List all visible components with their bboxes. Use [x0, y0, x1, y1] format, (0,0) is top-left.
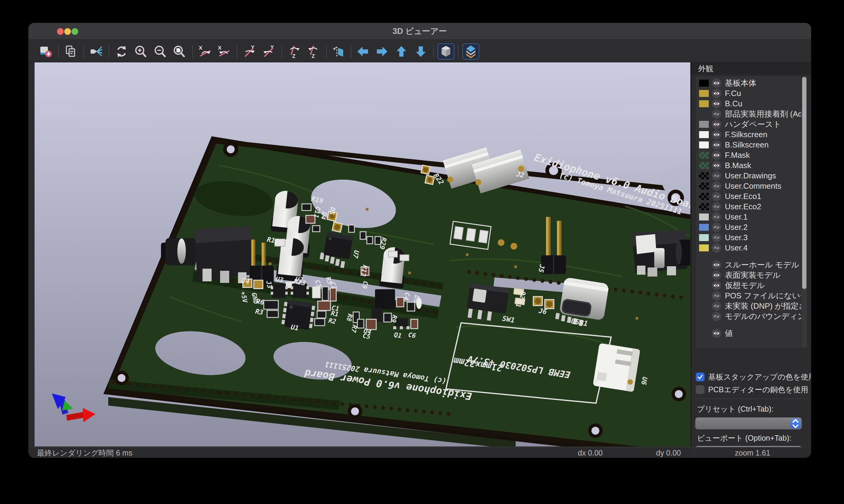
rotate-y-ccw-button[interactable]: Y: [262, 44, 276, 58]
layer-row[interactable]: B.Cu: [699, 98, 808, 109]
layer-color-swatch[interactable]: [699, 152, 709, 159]
layer-row[interactable]: User.Eco1: [699, 191, 808, 201]
visibility-toggle[interactable]: [712, 89, 721, 98]
layer-row[interactable]: F.Silkscreen: [699, 129, 808, 140]
layer-color-swatch[interactable]: [699, 172, 709, 179]
visibility-toggle[interactable]: [712, 243, 721, 253]
flip-board-button[interactable]: [332, 44, 346, 58]
visibility-toggle[interactable]: [712, 181, 721, 191]
layer-row[interactable]: B.Silkscreen: [699, 140, 808, 150]
visibility-toggle[interactable]: [712, 202, 721, 211]
visibility-toggle[interactable]: [712, 212, 721, 222]
visibility-toggle[interactable]: [712, 109, 721, 119]
rotate-z-ccw-button[interactable]: Z: [307, 44, 321, 58]
layer-color-swatch[interactable]: [699, 90, 709, 97]
visibility-toggle[interactable]: [712, 140, 721, 150]
layer-row[interactable]: F.Mask: [699, 150, 808, 160]
visibility-toggle[interactable]: [712, 270, 721, 280]
layer-row[interactable]: User.2: [699, 222, 808, 232]
zoom-out-button[interactable]: [153, 44, 167, 58]
layer-color-swatch[interactable]: [699, 203, 709, 210]
visibility-toggle[interactable]: [712, 233, 721, 242]
layer-row[interactable]: POS ファイルにないモ: [699, 290, 808, 301]
zoom-to-fit-button[interactable]: [172, 44, 186, 58]
layer-row[interactable]: User.Drawings: [699, 170, 808, 181]
copy-image-button[interactable]: [64, 44, 78, 58]
layer-row[interactable]: 部品実装用接着剤 (Adh: [699, 109, 808, 119]
visibility-toggle[interactable]: [712, 171, 721, 181]
3d-viewport[interactable]: Exidiophone v6.0 Audio Board(c) Tomoya M…: [35, 62, 690, 447]
use-stackup-colors-row[interactable]: 基板スタックアップの色を使用: [696, 372, 811, 382]
rotate-z-cw-button[interactable]: Z: [288, 44, 302, 58]
layer-row[interactable]: 値: [699, 328, 808, 338]
layer-color-swatch[interactable]: [699, 193, 709, 200]
layer-color-swatch[interactable]: [699, 80, 709, 87]
zoom-in-button[interactable]: [134, 44, 148, 58]
pan-down-button[interactable]: [414, 44, 428, 58]
layer-color-swatch[interactable]: [699, 162, 709, 169]
toolbar-separator: [351, 45, 351, 58]
eye-visible-icon: [713, 131, 720, 138]
visibility-toggle[interactable]: [712, 301, 721, 311]
visibility-toggle[interactable]: [712, 150, 721, 160]
layer-row[interactable]: 基板本体: [699, 78, 808, 88]
layer-row[interactable]: User.Comments: [699, 181, 808, 191]
render-time-status: 最終レンダリング時間 6 ms: [37, 447, 133, 458]
layer-color-swatch[interactable]: [699, 183, 709, 190]
pan-left-button[interactable]: [356, 44, 370, 58]
export-board-image-button[interactable]: [39, 44, 53, 58]
layer-row[interactable]: 未実装 (DNP) が指定さ: [699, 301, 808, 311]
layer-row[interactable]: User.3: [699, 232, 808, 242]
layer-color-swatch[interactable]: [699, 234, 709, 241]
layer-color-swatch[interactable]: [699, 121, 709, 128]
visibility-toggle[interactable]: [712, 192, 721, 201]
visibility-toggle[interactable]: [712, 281, 721, 290]
stepper-icon[interactable]: [791, 419, 800, 428]
rotate-x-cw-button[interactable]: X: [198, 44, 212, 58]
visibility-toggle[interactable]: [712, 312, 721, 321]
layer-color-swatch[interactable]: [699, 100, 709, 107]
layer-color-swatch[interactable]: [699, 141, 709, 148]
use-pcb-copper-color-row[interactable]: PCBエディターの銅色を使用: [696, 385, 808, 395]
layer-row[interactable]: User.1: [699, 212, 808, 222]
orthographic-projection-toggle[interactable]: [437, 43, 454, 60]
pan-up-button[interactable]: [394, 44, 408, 58]
visibility-toggle[interactable]: [712, 329, 721, 338]
layer-row[interactable]: B.Mask: [699, 160, 808, 170]
layer-row[interactable]: ハンダペースト: [699, 119, 808, 129]
visibility-toggle[interactable]: [712, 161, 721, 170]
silkscreen-text: C6: [408, 331, 416, 340]
rotate-y-cw-button[interactable]: Y: [243, 44, 257, 58]
raytracing-render-button[interactable]: [89, 44, 103, 58]
layer-color-swatch[interactable]: [699, 214, 709, 220]
layer-row[interactable]: User.4: [699, 242, 808, 253]
layer-row[interactable]: 表面実装モデル: [699, 270, 808, 280]
rotate-x-ccw-button[interactable]: X: [217, 44, 231, 58]
layer-row[interactable]: F.Cu: [699, 88, 808, 98]
visibility-toggle[interactable]: [712, 120, 721, 129]
visibility-toggle[interactable]: [712, 130, 721, 139]
visibility-toggle[interactable]: [712, 78, 721, 88]
use-stackup-colors-checkbox[interactable]: [696, 373, 705, 381]
scrollbar-thumb[interactable]: [802, 77, 806, 289]
preset-select[interactable]: [695, 417, 802, 430]
pan-right-button[interactable]: [375, 44, 389, 58]
silkscreen-text: R1: [330, 309, 339, 318]
layer-color-swatch[interactable]: [699, 245, 709, 251]
layer-row[interactable]: 仮想モデル: [699, 280, 808, 290]
rotate-z-clockwise-icon: Z: [288, 44, 302, 58]
layer-list-scrollbar[interactable]: [801, 76, 807, 348]
visibility-toggle[interactable]: [712, 222, 721, 232]
visibility-toggle[interactable]: [712, 260, 721, 270]
layer-color-swatch[interactable]: [699, 224, 709, 231]
layer-row[interactable]: モデルのバウンディング: [699, 311, 808, 321]
visibility-toggle[interactable]: [712, 99, 721, 108]
layer-color-swatch[interactable]: [699, 131, 709, 138]
layer-row[interactable]: User.Eco2: [699, 201, 808, 212]
layer-row[interactable]: スルーホール モデル: [699, 259, 808, 270]
redraw-button[interactable]: [115, 44, 128, 58]
visibility-toggle[interactable]: [712, 291, 721, 301]
use-pcb-copper-color-checkbox[interactable]: [696, 385, 705, 394]
appearance-panel-toggle[interactable]: [462, 43, 479, 60]
eye-visible-icon: [713, 330, 720, 337]
